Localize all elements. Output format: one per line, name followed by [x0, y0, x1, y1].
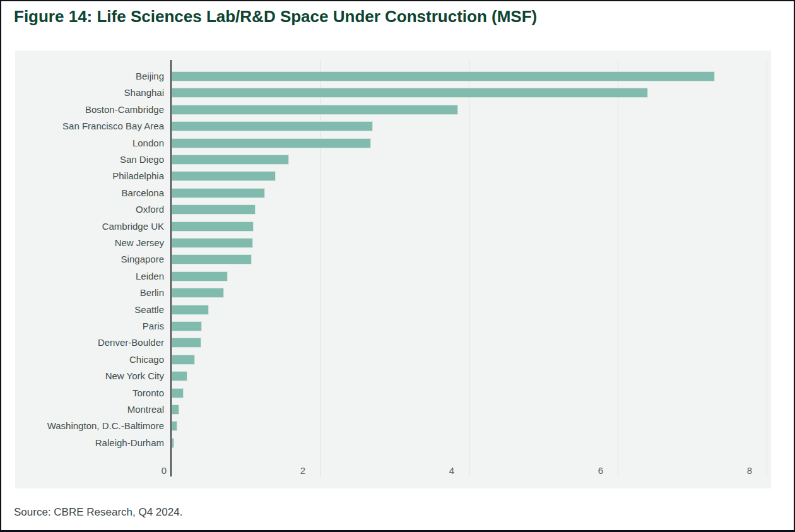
x-tick-label: 8	[737, 465, 762, 476]
category-label: Washington, D.C.-Baltimore	[15, 420, 164, 432]
bar-berlin	[172, 288, 224, 298]
bar-philadelphia	[172, 171, 276, 181]
bar-raleigh-durham	[172, 438, 174, 448]
category-label: Raleigh-Durham	[15, 437, 164, 449]
category-label: Seattle	[15, 304, 164, 316]
category-label: Barcelona	[15, 187, 164, 199]
x-tick-label: 4	[439, 465, 464, 476]
bar-new-york-city	[172, 371, 187, 381]
category-label: Paris	[15, 321, 164, 332]
category-label: New York City	[15, 370, 164, 382]
category-label: San Francisco Bay Area	[15, 121, 164, 132]
bar-barcelona	[172, 188, 265, 198]
bar-singapore	[172, 254, 252, 264]
category-label: Denver-Boulder	[15, 337, 164, 348]
grid-line-x8	[767, 60, 767, 476]
x-tick-label: 6	[588, 465, 613, 476]
category-label: Singapore	[15, 254, 164, 265]
bar-denver-boulder	[172, 338, 201, 348]
category-label: San Diego	[15, 154, 164, 165]
bar-shanghai	[172, 88, 648, 98]
bar-chart: BeijingShanghaiBoston-CambridgeSan Franc…	[15, 50, 771, 488]
source-note: Source: CBRE Research, Q4 2024.	[14, 506, 182, 519]
bar-montreal	[172, 405, 179, 415]
category-label: Beijing	[15, 71, 164, 82]
bar-leiden	[172, 271, 228, 281]
bar-beijing	[172, 71, 715, 81]
bar-cambridge-uk	[172, 222, 254, 232]
category-label: Montreal	[15, 404, 164, 415]
x-tick-label: 0	[151, 465, 177, 476]
bar-london	[172, 138, 371, 148]
grid-line-x6	[618, 60, 618, 476]
figure-title: Figure 14: Life Sciences Lab/R&D Space U…	[14, 7, 537, 27]
figure-card: Figure 14: Life Sciences Lab/R&D Space U…	[0, 0, 795, 532]
category-label: Berlin	[15, 287, 164, 299]
bar-boston-cambridge	[172, 105, 458, 115]
bar-new-jersey	[172, 238, 253, 248]
bar-seattle	[172, 305, 209, 315]
bar-san-francisco-bay-area	[172, 121, 373, 131]
category-label: Leiden	[15, 271, 164, 282]
bar-chicago	[172, 355, 195, 365]
category-label: Toronto	[15, 387, 164, 399]
category-label: Philadelphia	[15, 170, 164, 182]
grid-line-x4	[469, 60, 469, 476]
category-label: Boston-Cambridge	[15, 104, 164, 115]
bar-washington-d-c-baltimore	[172, 421, 177, 431]
category-label: Cambridge UK	[15, 221, 164, 232]
x-tick-label: 2	[290, 465, 315, 476]
bar-toronto	[172, 388, 184, 398]
bar-san-diego	[172, 155, 289, 165]
bar-oxford	[172, 204, 256, 215]
category-label: London	[15, 138, 164, 149]
bar-paris	[172, 321, 202, 331]
category-label: New Jersey	[15, 237, 164, 249]
category-label: Oxford	[15, 204, 164, 215]
category-label: Chicago	[15, 354, 164, 365]
category-label: Shanghai	[15, 87, 164, 98]
